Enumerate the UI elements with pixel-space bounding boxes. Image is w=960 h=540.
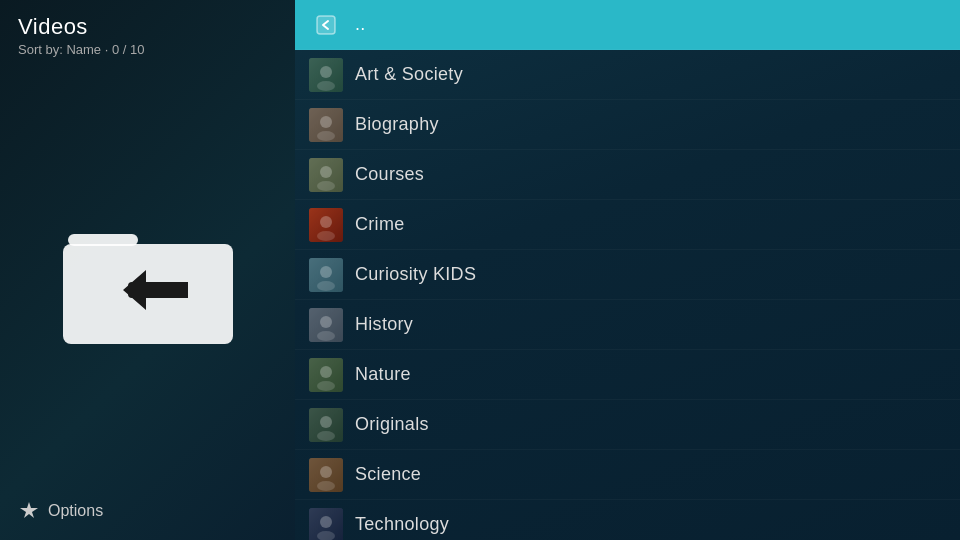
thumb-curiosity-kids (309, 258, 343, 292)
back-arrow-icon (309, 8, 343, 42)
svg-point-11 (317, 131, 335, 141)
list-item-originals[interactable]: Originals (295, 400, 960, 450)
list-item-science[interactable]: Science (295, 450, 960, 500)
thumb-science (309, 458, 343, 492)
svg-point-28 (320, 416, 332, 428)
thumb-originals (309, 408, 343, 442)
svg-point-20 (317, 281, 335, 291)
list-item-crime[interactable]: Crime (295, 200, 960, 250)
thumb-art-society (309, 58, 343, 92)
svg-point-29 (317, 431, 335, 441)
thumb-technology (309, 508, 343, 541)
svg-point-19 (320, 266, 332, 278)
svg-point-32 (317, 481, 335, 491)
svg-rect-5 (317, 16, 335, 34)
label-art-society: Art & Society (355, 64, 463, 85)
list-item-back[interactable]: .. (295, 0, 960, 50)
list-container: Art & Society Biography Courses Crime Cu… (295, 50, 960, 540)
list-item-art-society[interactable]: Art & Society (295, 50, 960, 100)
svg-point-14 (317, 181, 335, 191)
svg-point-22 (320, 316, 332, 328)
options-label[interactable]: Options (48, 502, 103, 520)
left-panel: Videos Sort by: Name · 0 / 10 Options (0, 0, 295, 540)
label-history: History (355, 314, 413, 335)
svg-point-26 (317, 381, 335, 391)
list-item-technology[interactable]: Technology (295, 500, 960, 540)
svg-point-13 (320, 166, 332, 178)
right-panel: .. Art & Society Biography Courses Crime… (295, 0, 960, 540)
thumb-nature (309, 358, 343, 392)
label-biography: Biography (355, 114, 439, 135)
svg-point-31 (320, 466, 332, 478)
folder-icon-area (18, 57, 277, 500)
list-item-history[interactable]: History (295, 300, 960, 350)
label-curiosity-kids: Curiosity KIDS (355, 264, 476, 285)
svg-marker-4 (20, 502, 38, 518)
label-technology: Technology (355, 514, 449, 535)
folder-back-icon (58, 204, 238, 354)
sort-info: Sort by: Name · 0 / 10 (18, 42, 144, 57)
thumb-crime (309, 208, 343, 242)
svg-point-17 (317, 231, 335, 241)
thumb-courses (309, 158, 343, 192)
svg-point-16 (320, 216, 332, 228)
svg-point-10 (320, 116, 332, 128)
label-courses: Courses (355, 164, 424, 185)
back-item-label: .. (355, 14, 366, 35)
svg-point-8 (317, 81, 335, 91)
options-icon (18, 500, 40, 522)
thumb-biography (309, 108, 343, 142)
label-nature: Nature (355, 364, 411, 385)
options-bar[interactable]: Options (18, 500, 103, 526)
svg-point-23 (317, 331, 335, 341)
app-title: Videos (18, 14, 88, 40)
list-item-nature[interactable]: Nature (295, 350, 960, 400)
label-science: Science (355, 464, 421, 485)
list-item-curiosity-kids[interactable]: Curiosity KIDS (295, 250, 960, 300)
label-originals: Originals (355, 414, 429, 435)
svg-point-7 (320, 66, 332, 78)
label-crime: Crime (355, 214, 405, 235)
svg-point-25 (320, 366, 332, 378)
list-item-biography[interactable]: Biography (295, 100, 960, 150)
thumb-history (309, 308, 343, 342)
list-item-courses[interactable]: Courses (295, 150, 960, 200)
svg-point-34 (320, 516, 332, 528)
